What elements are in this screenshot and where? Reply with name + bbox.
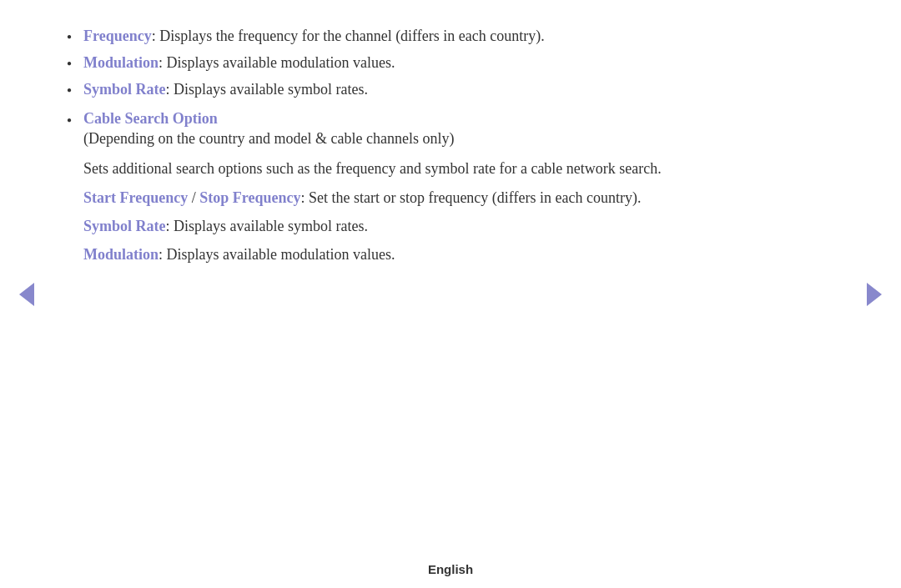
frequency-term: Frequency	[83, 28, 152, 44]
cable-section-main: Cable Search Option (Depending on the co…	[83, 110, 662, 272]
cable-heading-text: Cable Search Option	[83, 110, 218, 127]
cable-note: (Depending on the country and model & ca…	[83, 128, 662, 151]
symbol-rate-term: Symbol Rate	[83, 81, 166, 98]
modulation-desc: Displays available modulation values.	[167, 54, 395, 71]
modulation-term: Modulation	[83, 54, 159, 71]
mod-sep: :	[159, 246, 167, 263]
sym-desc: Displays available symbol rates.	[174, 218, 368, 234]
cable-description: Sets additional search options such as t…	[83, 158, 662, 181]
cable-bullet-dot: ●	[67, 115, 72, 124]
symbol-rate-desc: Displays available symbol rates.	[174, 81, 368, 98]
freq-sep1: /	[188, 189, 199, 206]
footer: English	[0, 550, 901, 588]
page-container: ● Frequency: Displays the frequency for …	[0, 0, 901, 588]
content-area: ● Frequency: Displays the frequency for …	[0, 0, 901, 550]
stop-frequency-term: Stop Frequency	[199, 189, 300, 206]
bullet-dot: ●	[67, 30, 72, 43]
frequency-sep: :	[152, 28, 160, 44]
footer-language: English	[428, 562, 473, 576]
modulation-line: Modulation: Displays available modulatio…	[83, 52, 395, 75]
modulation-cable-line: Modulation: Displays available modulatio…	[83, 244, 662, 267]
mod-desc: Displays available modulation values.	[167, 246, 395, 263]
frequency-desc: Displays the frequency for the channel (…	[159, 28, 545, 44]
frequency-line: Frequency: Displays the frequency for th…	[83, 25, 545, 48]
frequency-range-line: Start Frequency / Stop Frequency: Set th…	[83, 187, 662, 210]
symbol-rate-cable-line: Symbol Rate: Displays available symbol r…	[83, 215, 662, 239]
freq-range-desc: Set the start or stop frequency (differs…	[309, 189, 642, 206]
symbol-rate-sep: :	[166, 81, 174, 98]
cable-section-item: ● Cable Search Option (Depending on the …	[67, 110, 834, 272]
cable-heading: Cable Search Option	[83, 110, 662, 128]
top-bullet-list: ● Frequency: Displays the frequency for …	[67, 25, 834, 102]
symbol-rate-cable-term: Symbol Rate	[83, 218, 166, 234]
modulation-cable-term: Modulation	[83, 246, 159, 263]
bullet-dot-mod: ●	[67, 57, 72, 70]
list-item-symbol-rate: ● Symbol Rate: Displays available symbol…	[67, 78, 834, 102]
list-item-modulation: ● Modulation: Displays available modulat…	[67, 52, 834, 75]
symbol-rate-line: Symbol Rate: Displays available symbol r…	[83, 78, 368, 102]
freq-sep2: :	[300, 189, 309, 206]
modulation-sep: :	[159, 54, 167, 71]
bullet-dot-sym: ●	[67, 83, 72, 97]
sym-sep: :	[166, 218, 174, 234]
list-item-frequency: ● Frequency: Displays the frequency for …	[67, 25, 834, 48]
cable-section-list: ● Cable Search Option (Depending on the …	[67, 110, 834, 272]
start-frequency-term: Start Frequency	[83, 189, 188, 206]
